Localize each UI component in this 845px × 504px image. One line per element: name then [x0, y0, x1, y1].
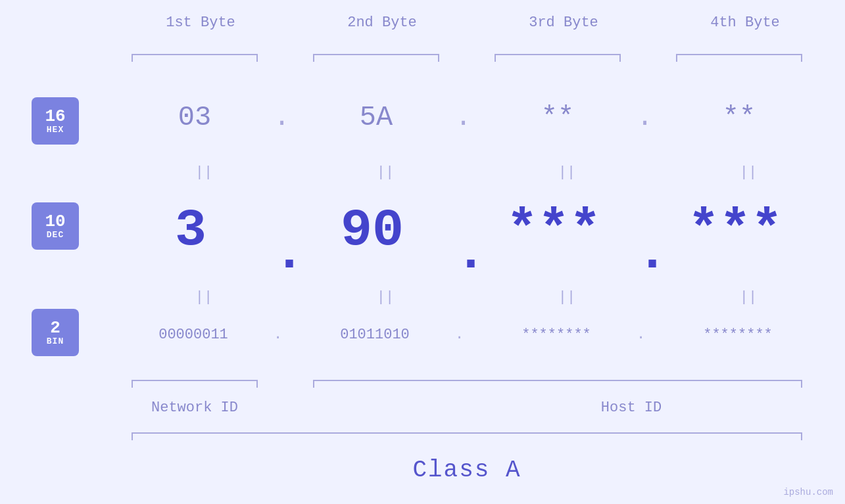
main-container: 16 HEX 10 DEC 2 BIN 1st Byte 2nd Byte 3r… — [0, 0, 845, 504]
dot-dec-1: . — [274, 223, 305, 283]
dot-bin-2: . — [455, 327, 464, 343]
equals-db-1: || — [184, 289, 224, 306]
hex-val-2: 5A — [313, 102, 439, 133]
dec-val-4: *** — [666, 200, 804, 260]
badge-dec: 10 DEC — [32, 202, 79, 250]
dot-hex-3: . — [637, 102, 653, 133]
hex-val-3: ** — [495, 102, 621, 133]
dec-val-3: *** — [485, 200, 623, 260]
dot-dec-2: . — [455, 223, 487, 283]
equals-db-2: || — [366, 289, 405, 306]
bin-val-2: 01011010 — [303, 327, 447, 343]
equals-db-4: || — [729, 289, 768, 306]
watermark: ipshu.com — [783, 487, 833, 497]
badge-bin-label: BIN — [47, 336, 64, 346]
col3-header: 3rd Byte — [495, 14, 633, 31]
col1-header: 1st Byte — [132, 14, 270, 31]
equals-hd-3: || — [547, 164, 587, 181]
col2-header: 2nd Byte — [313, 14, 451, 31]
bracket-top-3 — [495, 54, 621, 55]
dot-bin-3: . — [637, 327, 645, 343]
badge-dec-label: DEC — [47, 230, 64, 240]
label-class-a: Class A — [132, 457, 802, 484]
col4-header: 4th Byte — [676, 14, 814, 31]
equals-db-3: || — [547, 289, 587, 306]
bracket-bottom-host — [313, 380, 802, 381]
hex-val-4: ** — [676, 102, 802, 133]
dot-bin-1: . — [274, 327, 282, 343]
equals-hd-2: || — [366, 164, 405, 181]
equals-hd-4: || — [729, 164, 768, 181]
badge-bin: 2 BIN — [32, 309, 79, 356]
label-network-id: Network ID — [132, 400, 258, 416]
bracket-top-1 — [132, 54, 258, 55]
badge-hex: 16 HEX — [32, 97, 79, 145]
bracket-top-2 — [313, 54, 439, 55]
badge-dec-num: 10 — [45, 213, 65, 230]
bracket-bottom-net — [132, 380, 258, 381]
bin-val-3: ******** — [485, 327, 628, 343]
badge-bin-num: 2 — [50, 319, 60, 336]
dot-dec-3: . — [637, 223, 668, 283]
bracket-top-4 — [676, 54, 802, 55]
label-host-id: Host ID — [460, 400, 802, 416]
badge-hex-label: HEX — [47, 125, 64, 135]
equals-hd-1: || — [184, 164, 224, 181]
hex-val-1: 03 — [132, 102, 258, 133]
bin-val-1: 00000011 — [122, 327, 265, 343]
bracket-outer — [132, 432, 802, 434]
dot-hex-2: . — [455, 102, 471, 133]
dot-hex-1: . — [274, 102, 290, 133]
dec-val-1: 3 — [122, 200, 260, 260]
dec-val-2: 90 — [303, 200, 441, 260]
badge-hex-num: 16 — [45, 108, 65, 125]
bin-val-4: ******** — [666, 327, 809, 343]
